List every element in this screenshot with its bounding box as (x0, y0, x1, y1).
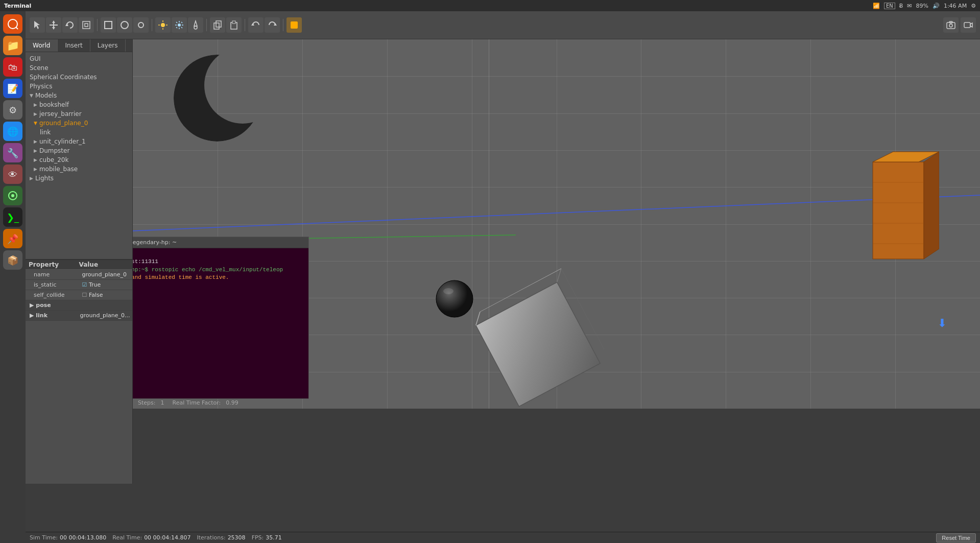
tree-item-bookshelf-label: bookshelf (39, 101, 69, 108)
iterations-label: Iterations: (197, 534, 226, 541)
checkbox-true-icon: ☑ (82, 281, 87, 288)
svg-marker-9 (65, 23, 68, 26)
tree-item-dumpster[interactable]: ▶ Dumpster (26, 146, 132, 155)
tree-item-physics[interactable]: Physics (26, 82, 132, 91)
mobile-base-arrow: ▶ (34, 167, 37, 172)
svg-rect-14 (138, 22, 144, 28)
tree-item-gui-label: GUI (30, 55, 41, 62)
settings-icon[interactable]: ⚙ (971, 3, 976, 9)
reset-time-button[interactable]: Reset Time (936, 533, 976, 542)
screenshot-button[interactable] (943, 17, 959, 33)
toolbar-redo[interactable] (265, 17, 280, 33)
battery-indicator: 89% (916, 3, 928, 9)
properties-header-value: Value (79, 261, 130, 268)
toolbar-copy[interactable] (210, 17, 225, 33)
prop-link-label: ▶ link (28, 312, 80, 319)
toolbar-box[interactable] (101, 17, 116, 33)
svg-point-13 (121, 21, 128, 29)
launcher-icon-extra2[interactable]: 📦 (3, 250, 22, 270)
tree-item-gui[interactable]: GUI (26, 54, 132, 63)
svg-point-30 (194, 26, 197, 29)
svg-point-15 (161, 23, 165, 27)
tree-item-bookshelf[interactable]: ▶ bookshelf (26, 100, 132, 109)
sep1 (97, 19, 98, 31)
toolbar-rotate[interactable] (62, 17, 78, 33)
gazebo-toolbar (26, 11, 980, 39)
launcher-icon-editor[interactable]: 📝 (3, 79, 22, 98)
tab-layers[interactable]: Layers (90, 39, 126, 52)
toolbar-right (943, 17, 976, 33)
svg-point-3 (11, 194, 14, 197)
launcher-icon-extra1[interactable]: 📌 (3, 229, 22, 248)
toolbar-scale[interactable] (79, 17, 94, 33)
launcher-icon-settings[interactable]: ⚙ (3, 100, 22, 120)
toolbar-paste[interactable] (226, 17, 242, 33)
tree-item-jersey-barrier[interactable]: ▶ jersey_barrier (26, 109, 132, 119)
tree-item-models-label: Models (35, 92, 57, 99)
rtf-label: Real Time Factor: (172, 399, 221, 406)
launcher-icon-search[interactable] (3, 14, 22, 34)
toolbar-directional-light[interactable] (155, 17, 171, 33)
grid-line (387, 39, 388, 409)
real-time-label: Real Time: (112, 534, 142, 541)
grid-line (472, 39, 472, 409)
models-arrow: ▼ (30, 93, 33, 98)
tree-item-lights[interactable]: ▶ Lights (26, 174, 132, 183)
toolbar-undo[interactable] (248, 17, 264, 33)
launcher-icon-tools[interactable]: 🔧 (3, 143, 22, 162)
tree-item-cube20k[interactable]: ▶ cube_20k (26, 155, 132, 164)
moon-shape (174, 44, 260, 152)
launcher-icon-files[interactable]: 📁 (3, 36, 22, 55)
toolbar-translate[interactable] (46, 17, 61, 33)
tree-item-link[interactable]: link (26, 128, 132, 137)
rtf-value: 0.99 (226, 399, 238, 406)
properties-panel: Property Value name ground_plane_0 is_st… (26, 259, 133, 484)
tree-item-link-label: link (40, 129, 51, 136)
launcher-icon-browser[interactable]: 🌐 (3, 122, 22, 141)
svg-line-28 (176, 27, 177, 28)
toolbar-spot-light[interactable] (188, 17, 203, 33)
tab-insert[interactable]: Insert (58, 39, 90, 52)
properties-header: Property Value (26, 260, 132, 270)
iterations-value: 25308 (228, 534, 246, 541)
video-button[interactable] (961, 17, 976, 33)
prop-row-link[interactable]: ▶ link ground_plane_0... (26, 311, 132, 321)
toolbar-sphere[interactable] (117, 17, 132, 33)
svg-rect-32 (216, 21, 221, 27)
tree-item-spherical[interactable]: Spherical Coordinates (26, 73, 132, 82)
launcher-icon-gazebo[interactable] (3, 186, 22, 205)
svg-marker-29 (194, 21, 197, 26)
status-bar: Sim Time: 00 00:04:13.080 Real Time: 00 … (26, 532, 980, 543)
tree-item-unit-cylinder[interactable]: ▶ unit_cylinder_1 (26, 137, 132, 146)
launcher-icon-terminal[interactable]: ❯_ (3, 207, 22, 227)
world-panel: World Insert Layers GUI Scene Spherical … (26, 39, 133, 259)
volume-icon: 🔊 (933, 3, 940, 9)
tree-item-models[interactable]: ▼ Models (26, 91, 132, 100)
svg-rect-57 (476, 282, 600, 406)
toolbar-select[interactable] (30, 17, 45, 33)
tab-world[interactable]: World (26, 39, 58, 52)
tree-item-mobile-base[interactable]: ▶ mobile_base (26, 164, 132, 174)
tree-item-scene[interactable]: Scene (26, 63, 132, 73)
prop-row-pose[interactable]: ▶ pose (26, 300, 132, 311)
sphere-model (434, 278, 475, 319)
svg-rect-38 (947, 22, 955, 29)
prop-row-self-collide: self_collide ☐ False (26, 290, 132, 300)
sim-time-label: Sim Time: (30, 534, 58, 541)
launcher-icon-store[interactable]: 🛍 (3, 57, 22, 77)
launcher: 📁 🛍 📝 ⚙ 🌐 🔧 👁 ❯_ 📌 📦 (0, 11, 26, 543)
svg-rect-41 (964, 22, 970, 28)
toolbar-orange-btn[interactable] (286, 17, 302, 33)
svg-line-25 (176, 22, 177, 23)
prop-self-collide-value: ☐ False (82, 292, 131, 298)
tree-item-ground-plane[interactable]: ▼ ground_plane_0 (26, 119, 132, 128)
launcher-icon-viewer[interactable]: 👁 (3, 164, 22, 184)
viewport-info: Steps: 1 Real Time Factor: 0.99 (138, 399, 238, 406)
checkbox-false-icon: ☐ (82, 292, 87, 298)
tree-item-mobile-base-label: mobile_base (39, 166, 78, 173)
toolbar-point-light[interactable] (172, 17, 187, 33)
toolbar-cylinder[interactable] (133, 17, 149, 33)
tree-item-physics-label: Physics (30, 83, 52, 90)
properties-header-property: Property (29, 261, 79, 268)
svg-marker-4 (34, 21, 40, 29)
